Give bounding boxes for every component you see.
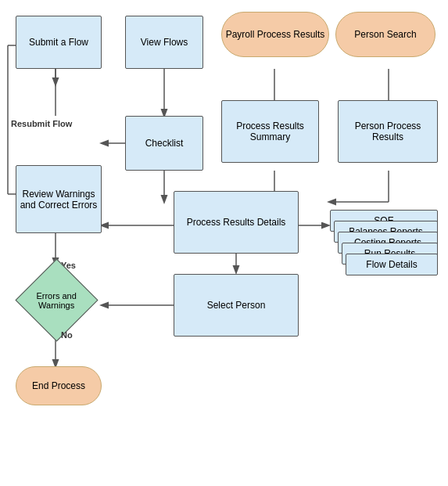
- flow-details-node: Flow Details: [346, 254, 438, 275]
- process-results-summary-node: Process Results Summary: [221, 100, 319, 163]
- resubmit-flow-label: Resubmit Flow: [11, 119, 72, 128]
- no-label: No: [61, 330, 73, 340]
- process-results-details-node: Process Results Details: [174, 191, 299, 254]
- flowchart-diagram: Submit a Flow View Flows Payroll Process…: [0, 0, 448, 486]
- payroll-process-results-node: Payroll Process Results: [221, 12, 329, 57]
- person-process-results-node: Person Process Results: [338, 100, 438, 163]
- review-warnings-node: Review Warnings and Correct Errors: [16, 165, 102, 233]
- view-flows-node: View Flows: [125, 16, 203, 69]
- checklist-node: Checklist: [125, 116, 203, 171]
- select-person-node: Select Person: [174, 274, 299, 337]
- person-search-node: Person Search: [335, 12, 435, 57]
- submit-flow-node: Submit a Flow: [16, 16, 102, 69]
- end-process-node: End Process: [16, 366, 102, 405]
- errors-warnings-node: Errors and Warnings: [15, 258, 98, 341]
